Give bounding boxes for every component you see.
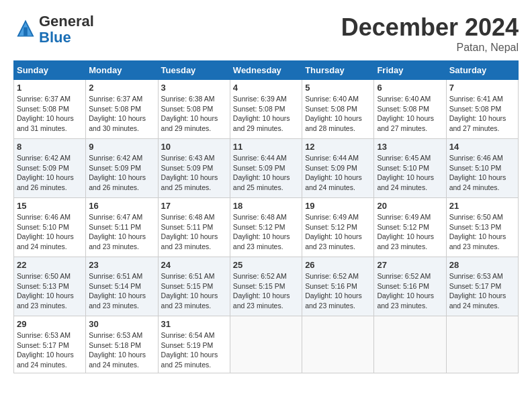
day-number: 7 <box>449 83 515 93</box>
calendar-cell: 16 Sunrise: 6:47 AMSunset: 5:11 PMDaylig… <box>86 198 158 257</box>
day-info: Sunrise: 6:40 AMSunset: 5:08 PMDaylight:… <box>377 94 443 134</box>
day-number: 30 <box>89 319 154 329</box>
day-info: Sunrise: 6:53 AMSunset: 5:18 PMDaylight:… <box>89 330 154 370</box>
day-number: 24 <box>161 260 227 270</box>
calendar-cell: 3 Sunrise: 6:38 AMSunset: 5:08 PMDayligh… <box>158 80 230 139</box>
calendar-cell: 4 Sunrise: 6:39 AMSunset: 5:08 PMDayligh… <box>230 80 302 139</box>
day-info: Sunrise: 6:42 AMSunset: 5:09 PMDaylight:… <box>89 153 154 193</box>
weekday-header-monday: Monday <box>86 61 158 80</box>
calendar-cell: 22 Sunrise: 6:50 AMSunset: 5:13 PMDaylig… <box>14 257 86 316</box>
logo-blue: Blue <box>39 29 71 46</box>
day-info: Sunrise: 6:46 AMSunset: 5:10 PMDaylight:… <box>449 153 515 193</box>
calendar-week-1: 1 Sunrise: 6:37 AMSunset: 5:08 PMDayligh… <box>14 80 519 139</box>
day-info: Sunrise: 6:52 AMSunset: 5:16 PMDaylight:… <box>305 271 371 311</box>
day-info: Sunrise: 6:46 AMSunset: 5:10 PMDaylight:… <box>17 212 83 252</box>
calendar-cell: 21 Sunrise: 6:50 AMSunset: 5:13 PMDaylig… <box>446 198 518 257</box>
calendar-cell: 30 Sunrise: 6:53 AMSunset: 5:18 PMDaylig… <box>86 316 158 373</box>
calendar-cell: 7 Sunrise: 6:41 AMSunset: 5:08 PMDayligh… <box>446 80 518 139</box>
calendar-cell: 26 Sunrise: 6:52 AMSunset: 5:16 PMDaylig… <box>302 257 374 316</box>
day-number: 23 <box>89 260 154 270</box>
calendar-cell: 8 Sunrise: 6:42 AMSunset: 5:09 PMDayligh… <box>14 139 86 198</box>
day-info: Sunrise: 6:37 AMSunset: 5:08 PMDaylight:… <box>17 94 83 134</box>
day-info: Sunrise: 6:43 AMSunset: 5:09 PMDaylight:… <box>161 153 227 193</box>
day-number: 21 <box>449 201 515 211</box>
calendar-cell: 28 Sunrise: 6:53 AMSunset: 5:17 PMDaylig… <box>446 257 518 316</box>
day-info: Sunrise: 6:38 AMSunset: 5:08 PMDaylight:… <box>161 94 227 134</box>
calendar-cell: 5 Sunrise: 6:40 AMSunset: 5:08 PMDayligh… <box>302 80 374 139</box>
day-info: Sunrise: 6:54 AMSunset: 5:19 PMDaylight:… <box>161 330 227 370</box>
calendar-cell <box>302 316 374 373</box>
calendar-cell: 23 Sunrise: 6:51 AMSunset: 5:14 PMDaylig… <box>86 257 158 316</box>
calendar-cell: 10 Sunrise: 6:43 AMSunset: 5:09 PMDaylig… <box>158 139 230 198</box>
calendar-cell: 6 Sunrise: 6:40 AMSunset: 5:08 PMDayligh… <box>374 80 446 139</box>
calendar-cell: 14 Sunrise: 6:46 AMSunset: 5:10 PMDaylig… <box>446 139 518 198</box>
calendar-cell <box>374 316 446 373</box>
calendar-cell: 18 Sunrise: 6:48 AMSunset: 5:12 PMDaylig… <box>230 198 302 257</box>
calendar-cell: 9 Sunrise: 6:42 AMSunset: 5:09 PMDayligh… <box>86 139 158 198</box>
day-number: 18 <box>233 201 299 211</box>
day-info: Sunrise: 6:40 AMSunset: 5:08 PMDaylight:… <box>305 94 371 134</box>
calendar-week-5: 29 Sunrise: 6:53 AMSunset: 5:17 PMDaylig… <box>14 316 519 373</box>
calendar-week-3: 15 Sunrise: 6:46 AMSunset: 5:10 PMDaylig… <box>14 198 519 257</box>
day-number: 5 <box>305 83 371 93</box>
calendar-week-4: 22 Sunrise: 6:50 AMSunset: 5:13 PMDaylig… <box>14 257 519 316</box>
day-info: Sunrise: 6:48 AMSunset: 5:12 PMDaylight:… <box>233 212 299 252</box>
calendar-cell: 25 Sunrise: 6:52 AMSunset: 5:15 PMDaylig… <box>230 257 302 316</box>
weekday-header-saturday: Saturday <box>446 61 518 80</box>
day-info: Sunrise: 6:52 AMSunset: 5:16 PMDaylight:… <box>377 271 443 311</box>
day-info: Sunrise: 6:50 AMSunset: 5:13 PMDaylight:… <box>17 271 83 311</box>
day-info: Sunrise: 6:50 AMSunset: 5:13 PMDaylight:… <box>449 212 515 252</box>
month-title: December 2024 <box>341 13 519 42</box>
day-number: 13 <box>377 142 443 152</box>
day-info: Sunrise: 6:49 AMSunset: 5:12 PMDaylight:… <box>305 212 371 252</box>
day-number: 11 <box>233 142 299 152</box>
day-number: 15 <box>17 201 83 211</box>
day-info: Sunrise: 6:44 AMSunset: 5:09 PMDaylight:… <box>233 153 299 193</box>
calendar-week-2: 8 Sunrise: 6:42 AMSunset: 5:09 PMDayligh… <box>14 139 519 198</box>
day-number: 22 <box>17 260 83 270</box>
day-number: 8 <box>17 142 83 152</box>
day-info: Sunrise: 6:48 AMSunset: 5:11 PMDaylight:… <box>161 212 227 252</box>
calendar-cell: 11 Sunrise: 6:44 AMSunset: 5:09 PMDaylig… <box>230 139 302 198</box>
day-number: 3 <box>161 83 227 93</box>
calendar-cell: 27 Sunrise: 6:52 AMSunset: 5:16 PMDaylig… <box>374 257 446 316</box>
day-number: 4 <box>233 83 299 93</box>
weekday-header-friday: Friday <box>374 61 446 80</box>
weekday-header-wednesday: Wednesday <box>230 61 302 80</box>
logo: General Blue <box>13 13 94 46</box>
weekday-header-sunday: Sunday <box>14 61 86 80</box>
day-info: Sunrise: 6:39 AMSunset: 5:08 PMDaylight:… <box>233 94 299 134</box>
day-number: 17 <box>161 201 227 211</box>
svg-rect-2 <box>24 28 28 36</box>
day-number: 10 <box>161 142 227 152</box>
day-info: Sunrise: 6:47 AMSunset: 5:11 PMDaylight:… <box>89 212 154 252</box>
day-info: Sunrise: 6:52 AMSunset: 5:15 PMDaylight:… <box>233 271 299 311</box>
day-number: 31 <box>161 319 227 329</box>
day-info: Sunrise: 6:51 AMSunset: 5:15 PMDaylight:… <box>161 271 227 311</box>
day-info: Sunrise: 6:49 AMSunset: 5:12 PMDaylight:… <box>377 212 443 252</box>
logo-icon <box>16 19 35 38</box>
calendar-cell: 24 Sunrise: 6:51 AMSunset: 5:15 PMDaylig… <box>158 257 230 316</box>
day-info: Sunrise: 6:53 AMSunset: 5:17 PMDaylight:… <box>17 330 83 370</box>
day-info: Sunrise: 6:41 AMSunset: 5:08 PMDaylight:… <box>449 94 515 134</box>
day-info: Sunrise: 6:42 AMSunset: 5:09 PMDaylight:… <box>17 153 83 193</box>
calendar-cell: 31 Sunrise: 6:54 AMSunset: 5:19 PMDaylig… <box>158 316 230 373</box>
logo-general: General <box>39 13 94 30</box>
calendar-cell: 29 Sunrise: 6:53 AMSunset: 5:17 PMDaylig… <box>14 316 86 373</box>
day-number: 27 <box>377 260 443 270</box>
calendar-cell: 12 Sunrise: 6:44 AMSunset: 5:09 PMDaylig… <box>302 139 374 198</box>
location: Patan, Nepal <box>341 42 519 54</box>
calendar-table: SundayMondayTuesdayWednesdayThursdayFrid… <box>13 60 519 373</box>
day-number: 9 <box>89 142 154 152</box>
calendar-cell: 1 Sunrise: 6:37 AMSunset: 5:08 PMDayligh… <box>14 80 86 139</box>
calendar-cell: 15 Sunrise: 6:46 AMSunset: 5:10 PMDaylig… <box>14 198 86 257</box>
day-number: 12 <box>305 142 371 152</box>
calendar-cell: 13 Sunrise: 6:45 AMSunset: 5:10 PMDaylig… <box>374 139 446 198</box>
day-number: 26 <box>305 260 371 270</box>
day-info: Sunrise: 6:37 AMSunset: 5:08 PMDaylight:… <box>89 94 154 134</box>
day-number: 16 <box>89 201 154 211</box>
day-info: Sunrise: 6:45 AMSunset: 5:10 PMDaylight:… <box>377 153 443 193</box>
weekday-header-thursday: Thursday <box>302 61 374 80</box>
page-header: General Blue December 2024 Patan, Nepal <box>13 13 519 54</box>
calendar-cell: 2 Sunrise: 6:37 AMSunset: 5:08 PMDayligh… <box>86 80 158 139</box>
